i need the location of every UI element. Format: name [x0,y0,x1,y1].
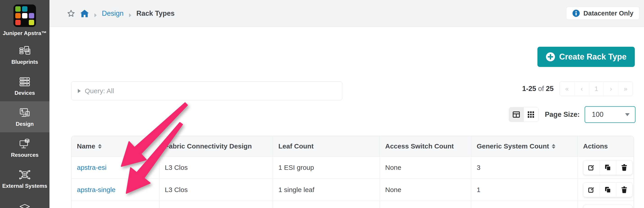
clone-button[interactable] [600,183,616,197]
design-icon [19,107,31,119]
pager-last-button[interactable]: » [618,82,633,96]
pagination-total: 25 [546,85,554,93]
pagination-range: 1-25 of 25 [522,85,554,93]
table-header-row: Name Fabric Connectivity Design Leaf Cou… [72,136,634,156]
column-label: Access Switch Count [385,142,454,150]
fabric-connectivity-cell: L3 Clos [159,157,273,179]
column-header-fabric-connectivity-design: Fabric Connectivity Design [159,136,273,156]
home-icon[interactable] [80,9,89,17]
fabric-connectivity-cell: L3 Clos [159,179,273,201]
sidebar-item-label: Resources [11,152,39,158]
sidebar-nav: Blueprints Devices Design Resources [0,39,50,208]
blueprints-icon [19,45,31,57]
leaf-count-cell: 1 single leaf [273,179,380,201]
page-size-select[interactable]: 100 [585,106,636,123]
expand-caret-icon [78,89,81,93]
pagination-of: of [538,85,544,93]
breadcrumb-separator-icon [128,11,132,16]
breadcrumb: Design Rack Types [67,9,175,17]
table-controls-row: Page Size: 100 [509,106,636,123]
datacenter-only-badge: Datacenter Only [566,7,640,20]
sidebar-item-label: Devices [14,90,35,96]
access-switch-count-cell: None [380,157,471,179]
edit-button[interactable] [583,160,600,175]
apstra-rack-types-screen: Juniper Apstra™ Blueprints Devices Desig… [0,0,644,208]
favorite-star-icon[interactable] [67,9,75,17]
resources-icon [19,138,31,150]
page-size-label: Page Size: [545,111,580,119]
table-view-toggle-button[interactable] [509,107,524,122]
view-toggle-group [509,107,538,122]
pager-first-button[interactable]: « [560,82,574,96]
sidebar: Juniper Apstra™ Blueprints Devices Desig… [0,0,50,208]
table-row: apstra-esi L3 Clos 1 ESI group None 3 [72,156,634,179]
breadcrumb-separator-icon [94,11,97,16]
breadcrumb-design-link[interactable]: Design [102,9,124,17]
sidebar-item-blueprints[interactable]: Blueprints [0,39,50,70]
row-actions [583,160,632,175]
column-header-leaf-count: Leaf Count [273,136,380,156]
page-size-value: 100 [592,111,604,119]
delete-button[interactable] [616,160,632,175]
table-view-icon [513,111,520,118]
brand-home[interactable]: Juniper Apstra™ [0,0,50,36]
row-actions [583,182,632,197]
pager-page-button[interactable]: 1 [589,82,604,96]
table-body: apstra-esi L3 Clos 1 ESI group None 3 [72,156,634,208]
column-header-generic-system-count[interactable]: Generic System Count [471,136,578,156]
generic-system-count-cell: 1 [471,179,578,201]
table-row-partial [72,201,634,208]
juniper-apstra-logo-icon [14,4,36,27]
sidebar-item-platform-partial[interactable] [0,194,50,208]
pager-next-button[interactable]: › [604,82,618,96]
select-caret-icon [625,113,630,116]
edit-button[interactable] [583,183,600,197]
layers-icon [19,204,31,208]
grid-view-toggle-button[interactable] [524,107,538,122]
badge-label: Datacenter Only [584,10,634,17]
column-header-name[interactable]: Name [72,136,159,156]
sort-icon [552,144,556,149]
sidebar-item-design[interactable]: Design [0,101,50,132]
pagination-range-start: 1-25 [522,85,536,93]
clone-button[interactable] [600,160,616,175]
rack-types-table: Name Fabric Connectivity Design Leaf Cou… [71,136,634,208]
sidebar-item-label: Design [16,121,34,127]
row-actions [583,205,632,208]
page-title: Rack Types [136,9,175,17]
pagination-cluster: 1-25 of 25 « ‹ 1 › » [522,81,633,96]
column-label: Generic System Count [477,142,549,150]
pager: « ‹ 1 › » [560,81,633,96]
leaf-count-cell: 1 ESI group [273,157,380,179]
column-label: Name [77,142,95,150]
rack-type-name-link[interactable]: apstra-single [77,186,116,194]
sidebar-item-resources[interactable]: Resources [0,132,50,163]
query-label: Query: All [85,87,114,95]
info-icon [572,9,580,17]
rack-type-name-link[interactable]: apstra-esi [77,164,106,171]
brand-label: Juniper Apstra™ [3,30,46,36]
external-systems-icon [19,169,31,181]
generic-system-count-cell: 3 [471,157,578,179]
sidebar-item-external-systems[interactable]: External Systems [0,163,50,194]
sort-icon [98,144,102,149]
column-label: Leaf Count [278,142,314,150]
create-rack-type-button[interactable]: Create Rack Type [538,47,635,67]
column-header-actions: Actions [578,136,634,156]
topbar: Design Rack Types Datacenter Only [50,0,644,27]
plus-circle-icon [546,52,555,61]
sidebar-item-devices[interactable]: Devices [0,70,50,101]
devices-icon [19,76,31,88]
column-label: Fabric Connectivity Design [165,142,252,150]
query-filter-expander[interactable]: Query: All [71,81,342,100]
column-label: Actions [583,142,608,150]
sidebar-item-label: Blueprints [12,59,38,65]
access-switch-count-cell: None [380,179,471,201]
delete-button[interactable] [616,183,632,197]
create-rack-type-label: Create Rack Type [559,52,626,61]
table-row: apstra-single L3 Clos 1 single leaf None… [72,179,634,201]
pager-prev-button[interactable]: ‹ [574,82,589,96]
column-header-access-switch-count: Access Switch Count [380,136,471,156]
grid-view-icon [528,111,534,118]
sidebar-item-label: External Systems [2,183,47,189]
